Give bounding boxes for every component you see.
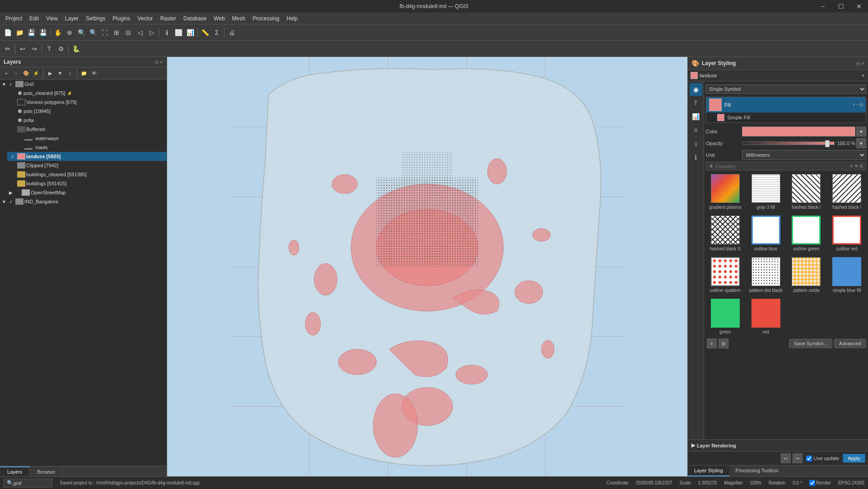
symbol-pattern-dot-black[interactable]: pattern dot black <box>747 255 785 295</box>
menu-help[interactable]: Help <box>283 14 302 23</box>
minimize-button[interactable]: − <box>814 0 832 13</box>
layer-checkbox[interactable] <box>9 117 16 124</box>
zoom-in-button[interactable]: 🔍 <box>75 27 87 38</box>
current-edit-button[interactable]: ✏ <box>2 43 14 55</box>
fill-row[interactable]: Fill + − ⧉ <box>706 97 866 113</box>
redo-button[interactable]: ↪ <box>28 43 40 55</box>
duplicate-symbol-btn[interactable]: ⧉ <box>860 102 863 108</box>
zoom-out-button[interactable]: 🔍 <box>87 27 99 38</box>
field-calc-button[interactable]: ⚙ <box>55 43 67 55</box>
menu-edit[interactable]: Edit <box>26 14 42 23</box>
style-labels-btn[interactable]: T <box>690 97 702 109</box>
unit-select[interactable]: Millimeters <box>742 150 866 160</box>
symbol-green[interactable]: green <box>706 297 745 337</box>
layer-checkbox[interactable]: ✓ <box>7 80 14 88</box>
menu-raster[interactable]: Raster <box>157 14 180 23</box>
apply-button[interactable]: Apply <box>843 454 865 463</box>
save-project-button[interactable]: 💾 <box>25 27 37 38</box>
layer-checkbox[interactable] <box>9 126 16 133</box>
style-fields-btn[interactable]: ≡ <box>690 124 702 136</box>
icon-view-btn[interactable]: ⊞ <box>719 339 728 348</box>
symbol-outline-green[interactable]: outline green <box>787 214 826 254</box>
label-button[interactable]: T <box>43 43 55 55</box>
list-item[interactable]: pois_cleaned [675] ⚡ <box>7 89 167 98</box>
layer-checkbox[interactable] <box>16 144 23 151</box>
remove-layer-button[interactable]: − <box>12 69 21 78</box>
open-project-button[interactable]: 📁 <box>14 27 25 38</box>
symbol-hashed-black-slash[interactable]: hashed black / <box>787 172 826 212</box>
style-metadata-btn[interactable]: ℹ <box>690 151 702 164</box>
opacity-handle[interactable] <box>825 140 830 147</box>
list-item[interactable]: ▼ ✓ IND_Bangalore <box>0 197 167 206</box>
sort-layers-button[interactable]: ↕ <box>65 69 75 78</box>
new-project-button[interactable]: 📄 <box>2 27 14 38</box>
style-single-symbol-btn[interactable]: ◉ <box>690 83 702 96</box>
opacity-options-btn[interactable]: ▼ <box>856 138 866 148</box>
render-checkbox[interactable] <box>809 480 815 486</box>
print-layout-button[interactable]: 🖨 <box>226 27 238 38</box>
symbol-outline-red[interactable]: outline red <box>827 214 866 254</box>
symbol-gray3-fill[interactable]: gray 3 fill <box>747 172 785 212</box>
pan-to-selection-button[interactable]: ⊕ <box>64 27 75 38</box>
zoom-full-button[interactable]: ⛶ <box>99 27 111 38</box>
zoom-last-button[interactable]: ◁ <box>134 27 146 38</box>
layer-checkbox[interactable] <box>14 189 21 196</box>
collapse-all-button[interactable]: ▼ <box>56 69 65 78</box>
maximize-button[interactable]: ☐ <box>832 0 850 13</box>
chevron-down-icon[interactable]: ▼ <box>861 73 865 78</box>
symbol-hashed-black-x[interactable]: hashed black X <box>706 214 745 254</box>
style-rendering-btn[interactable]: ⧬ <box>690 137 702 150</box>
menu-mesh[interactable]: Mesh <box>229 14 249 23</box>
python-console-button[interactable]: 🐍 <box>70 43 82 55</box>
menu-web[interactable]: Web <box>210 14 228 23</box>
statistics-button[interactable]: Σ <box>211 27 223 38</box>
status-search-input[interactable] <box>13 480 49 486</box>
pan-map-button[interactable]: ✋ <box>52 27 64 38</box>
map-canvas[interactable] <box>167 57 687 476</box>
style-diagrams-btn[interactable]: 📊 <box>690 110 702 123</box>
symbol-pattern-zelda[interactable]: pattern zelda <box>787 255 826 295</box>
menu-settings[interactable]: Settings <box>82 14 109 23</box>
add-layer-button[interactable]: + <box>2 69 11 78</box>
layer-checkbox[interactable]: ✓ <box>9 153 16 160</box>
renderer-select[interactable]: Single Symbol <box>706 85 866 94</box>
layer-checkbox[interactable] <box>9 171 16 178</box>
add-group-button[interactable]: 📁 <box>79 69 89 78</box>
symbol-outline-xpattern[interactable]: outline xpattern <box>706 255 745 295</box>
tab-layer-styling[interactable]: Layer Styling <box>688 465 729 476</box>
select-button[interactable]: ⬜ <box>173 27 184 38</box>
manage-map-themes[interactable]: 👁 <box>89 69 98 78</box>
add-symbol-btn[interactable]: + <box>853 102 855 108</box>
save-as-button[interactable]: 💾 <box>37 27 49 38</box>
measure-button[interactable]: 📏 <box>199 27 211 38</box>
symbol-hashed-black-backslash[interactable]: hashed black \ <box>827 172 866 212</box>
favorites-search-input[interactable] <box>715 164 848 169</box>
list-item[interactable]: ▼ ✓ Grid <box>0 80 167 89</box>
list-item[interactable]: pofw <box>7 116 167 125</box>
symbol-simple-blue-fill[interactable]: simple blue fill <box>827 255 866 295</box>
list-item[interactable]: buildings_cleaned [591385] <box>7 170 167 179</box>
remove-symbol-btn[interactable]: − <box>856 102 859 108</box>
symbol-gradient-plasma[interactable]: gradient plasma <box>706 172 745 212</box>
close-button[interactable]: ✕ <box>850 0 868 13</box>
clear-search-btn[interactable]: ✕ <box>849 164 853 169</box>
advanced-button[interactable]: Advanced <box>834 339 866 348</box>
panel-minimize-icon[interactable]: ⊟ <box>856 61 860 66</box>
zoom-next-button[interactable]: ▷ <box>146 27 158 38</box>
zoom-layer-button[interactable]: ⊟ <box>122 27 134 38</box>
symbol-red[interactable]: red <box>747 297 785 337</box>
layer-checkbox[interactable] <box>9 108 16 115</box>
color-picker-button[interactable] <box>742 127 855 136</box>
tab-processing-toolbox[interactable]: Processing Toolbox <box>729 465 785 476</box>
attribute-table-button[interactable]: 📊 <box>184 27 196 38</box>
undo-button[interactable]: ↩ <box>17 43 28 55</box>
list-item[interactable]: ▶ OpenStreetMap <box>7 188 167 197</box>
open-layer-styling[interactable]: 🎨 <box>22 69 31 78</box>
menu-database[interactable]: Database <box>180 14 210 23</box>
undo-style-btn[interactable]: ↩ <box>781 453 791 463</box>
menu-view[interactable]: View <box>42 14 61 23</box>
menu-project[interactable]: Project <box>2 14 26 23</box>
tab-layers[interactable]: Layers <box>0 466 30 476</box>
list-item[interactable]: pois [19845] <box>7 107 167 116</box>
redo-style-btn[interactable]: ↪ <box>793 453 803 463</box>
